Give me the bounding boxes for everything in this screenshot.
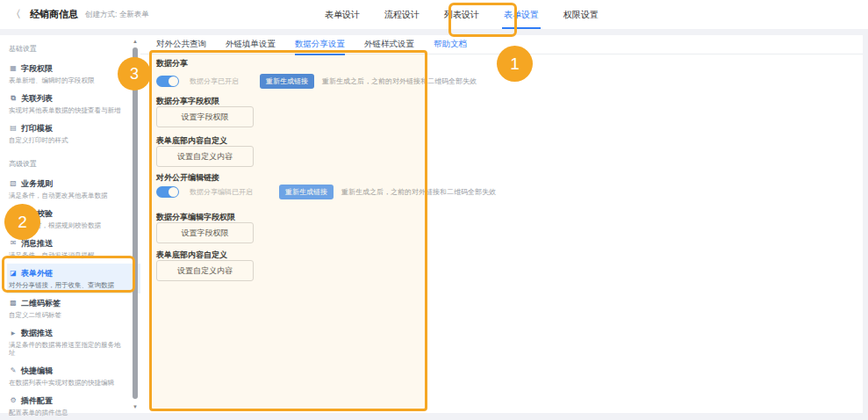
sidebar-item-desc: 满足条件的数据将推送至指定的服务地址 (9, 341, 123, 357)
sidebar-item-linked-list[interactable]: ⧉关联列表 实现对其他表单数据的快捷查看与新增 (7, 89, 125, 119)
form-title: 经销商信息 (30, 8, 78, 21)
top-nav: 表单设计 流程设计 列表设计 表单设置 权限设置 (312, 0, 611, 29)
linked-list-icon: ⧉ (9, 93, 18, 104)
sidebar-section-basic: 基础设置 (9, 44, 140, 54)
public-edit-link-label: 对外公开编辑链接 (156, 172, 219, 184)
sidebar-section-advanced: 高级设置 (9, 159, 140, 169)
data-share-label: 数据分享 (156, 58, 188, 69)
sidebar-item-quick-edit[interactable]: ✎快捷编辑 在数据列表中实现对数据的快捷编辑 (7, 361, 125, 391)
set-edit-field-permission-button[interactable]: 设置字段权限 (156, 222, 254, 243)
regenerate-hint: 重新生成之后，之前的对外链接和二维码全部失效 (322, 76, 477, 86)
form-create-mode: 创建方式: 全新表单 (85, 10, 149, 20)
sidebar-item-label: 关联列表 (21, 93, 53, 104)
sidebar-item-desc: 配置表单的插件信息 (9, 409, 123, 416)
nav-form-design[interactable]: 表单设计 (312, 0, 372, 29)
sidebar-item-form-external-link[interactable]: ◪表单外链 对外分享链接，用于收集、查询数据 (7, 264, 140, 293)
sidebar-item-desc: 对外分享链接，用于收集、查询数据 (9, 281, 139, 289)
business-rules-icon: ▧ (9, 178, 18, 189)
sidebar-item-desc: 提交数据时，根据规则校验数据 (9, 221, 123, 229)
sidebar-item-label: 字段权限 (21, 63, 53, 74)
sidebar-item-plugin-config[interactable]: ⚙插件配置 配置表单的插件信息 (7, 391, 125, 420)
sidebar-scrollbar[interactable]: ▲ ▼ (132, 37, 139, 411)
sidebar-item-label: 打印模板 (21, 123, 53, 134)
nav-permission-settings[interactable]: 权限设置 (551, 0, 611, 29)
tab-data-share-settings[interactable]: 数据分享设置 (295, 35, 345, 54)
sidebar-item-desc: 满足条件，自动发送消息提醒 (9, 251, 123, 259)
external-link-tabbar: 对外公共查询 外链填单设置 数据分享设置 外链样式设置 帮助文档 (140, 35, 863, 54)
help-doc-link[interactable]: 帮助文档 (434, 39, 467, 50)
set-custom-content-button-2[interactable]: 设置自定义内容 (156, 260, 254, 281)
main-panel: 对外公共查询 外链填单设置 数据分享设置 外链样式设置 帮助文档 数据分享 数据… (140, 35, 863, 413)
quick-edit-icon: ✎ (9, 366, 18, 376)
public-edit-status: 数据分享编辑已开启 (190, 187, 253, 197)
sidebar-item-field-permission[interactable]: ▦字段权限 表单新增、编辑时的字段权限 (7, 59, 125, 89)
set-custom-content-button[interactable]: 设置自定义内容 (156, 146, 254, 167)
sidebar-item-desc: 表单新增、编辑时的字段权限 (9, 76, 123, 84)
validation-icon: ☑ (9, 208, 18, 219)
sidebar-item-message-push[interactable]: ✉消息推送 满足条件，自动发送消息提醒 (7, 234, 125, 264)
public-edit-toggle[interactable] (156, 186, 179, 198)
tab-public-query[interactable]: 对外公共查询 (156, 35, 206, 54)
qrcode-icon: ▩ (9, 298, 18, 308)
sidebar-item-data-push[interactable]: ▶数据推送 满足条件的数据将推送至指定的服务地址 (7, 323, 125, 361)
regenerate-link-button[interactable]: 重新生成链接 (260, 74, 314, 89)
sidebar-item-label: 消息推送 (21, 238, 53, 249)
data-push-icon: ▶ (9, 328, 18, 338)
sidebar-item-submit-validation[interactable]: ☑提交校验 提交数据时，根据规则校验数据 (7, 204, 125, 234)
scroll-down-icon[interactable]: ▼ (132, 404, 139, 409)
sidebar-item-qrcode-label[interactable]: ▩二维码标签 自定义二维码标签 (7, 293, 125, 323)
tab-link-fill-settings[interactable]: 外链填单设置 (226, 35, 276, 54)
data-share-status: 数据分享已开启 (190, 76, 239, 86)
sidebar-item-label: 表单外链 (21, 268, 53, 279)
tab-link-style-settings[interactable]: 外链样式设置 (364, 35, 414, 54)
sidebar-item-label: 二维码标签 (21, 298, 61, 308)
sidebar-item-business-rules[interactable]: ▧业务规则 满足条件，自动更改其他表单数据 (7, 174, 125, 204)
sidebar-item-label: 快捷编辑 (21, 366, 53, 376)
sidebar-item-label: 业务规则 (21, 178, 53, 189)
nav-form-settings[interactable]: 表单设置 (491, 0, 551, 29)
printer-icon: ▤ (9, 123, 18, 134)
regenerate-edit-link-button[interactable]: 重新生成链接 (279, 185, 334, 199)
message-push-icon: ✉ (9, 238, 18, 249)
header-left: 〈 经销商信息 创建方式: 全新表单 (9, 0, 149, 29)
nav-list-design[interactable]: 列表设计 (432, 0, 491, 29)
sidebar-item-label: 插件配置 (21, 395, 53, 406)
app-header: 〈 经销商信息 创建方式: 全新表单 表单设计 流程设计 列表设计 表单设置 权… (0, 0, 868, 29)
set-field-permission-button[interactable]: 设置字段权限 (156, 106, 254, 127)
nav-flow-design[interactable]: 流程设计 (372, 0, 432, 29)
scroll-up-icon[interactable]: ▲ (132, 39, 139, 44)
sidebar-item-label: 提交校验 (21, 208, 53, 219)
sidebar-item-print-template[interactable]: ▤打印模板 自定义打印时的样式 (7, 119, 125, 148)
field-permission-icon: ▦ (9, 63, 18, 74)
sidebar-item-desc: 实现对其他表单数据的快捷查看与新增 (9, 106, 123, 114)
sidebar-item-label: 数据推送 (21, 328, 53, 338)
sidebar-item-desc: 在数据列表中实现对数据的快捷编辑 (9, 379, 123, 387)
sidebar-item-desc: 自定义打印时的样式 (9, 136, 123, 144)
data-share-toggle[interactable] (156, 76, 179, 87)
plugin-config-icon: ⚙ (9, 395, 18, 406)
external-link-icon: ◪ (9, 268, 18, 279)
toggle-knob (169, 76, 178, 86)
back-chevron-icon[interactable]: 〈 (9, 7, 23, 22)
toggle-knob (169, 187, 178, 197)
regenerate-edit-hint: 重新生成之后，之前的对外链接和二维码全部失效 (341, 187, 496, 197)
settings-sidebar: 基础设置 ▦字段权限 表单新增、编辑时的字段权限 ⧉关联列表 实现对其他表单数据… (0, 35, 140, 413)
scrollbar-thumb[interactable] (133, 47, 138, 399)
sidebar-item-desc: 满足条件，自动更改其他表单数据 (9, 192, 123, 199)
sidebar-item-desc: 自定义二维码标签 (9, 311, 123, 319)
